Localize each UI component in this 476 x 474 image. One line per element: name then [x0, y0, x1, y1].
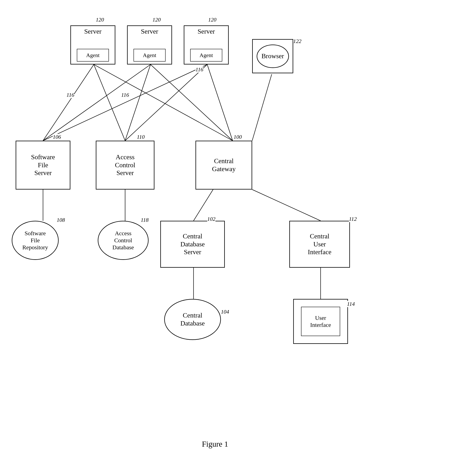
server2-box: Server Agent — [127, 25, 172, 65]
user-interface-inner: User Interface — [301, 307, 340, 336]
svg-line-6 — [43, 65, 207, 141]
user-interface-box: User Interface — [293, 299, 348, 344]
central-user-interface-box: Central User Interface — [289, 221, 350, 268]
browser-label: Browser — [261, 52, 284, 60]
server1-agent-label: Agent — [86, 52, 100, 58]
sfr-ref: 108 — [57, 217, 65, 223]
software-file-repository-label: Software File Repository — [22, 230, 48, 251]
server3-ref: 120 — [208, 16, 216, 23]
server3-label: Server — [198, 28, 215, 35]
central-database-label: Central Database — [180, 311, 205, 327]
server3-agent: Agent — [190, 49, 222, 62]
ref-116a: 116 — [67, 92, 74, 98]
central-database-oval: Central Database — [164, 299, 221, 340]
central-gateway-box: Central Gateway — [195, 141, 252, 190]
user-interface-label: User Interface — [310, 314, 331, 328]
cg-ref: 100 — [234, 134, 242, 140]
server1-box: Server Agent — [70, 25, 115, 65]
svg-line-7 — [125, 65, 207, 141]
software-file-server-label: Software File Server — [31, 153, 55, 177]
connection-lines — [0, 0, 476, 474]
browser-ref: 122 — [293, 38, 301, 44]
cui-ref: 112 — [349, 216, 357, 222]
svg-line-0 — [43, 65, 94, 141]
server1-agent: Agent — [77, 49, 109, 62]
svg-line-13 — [252, 190, 321, 221]
svg-line-4 — [125, 65, 151, 141]
access-control-database-label: Access Control Database — [112, 230, 134, 251]
ref-116b: 116 — [121, 92, 129, 98]
software-file-repository-oval: Software File Repository — [12, 221, 59, 260]
central-database-server-box: Central Database Server — [160, 221, 225, 268]
diagram: Server Agent 120 Server Agent 120 Server… — [0, 0, 476, 474]
server2-agent: Agent — [134, 49, 166, 62]
access-control-server-box: Access Control Server — [96, 141, 154, 190]
access-control-server-label: Access Control Server — [115, 153, 135, 177]
server1-label: Server — [84, 28, 102, 35]
central-user-interface-label: Central User Interface — [308, 232, 332, 256]
svg-line-5 — [151, 65, 233, 141]
ref-116c: 116 — [195, 66, 203, 73]
figure-caption: Figure 1 — [176, 440, 254, 449]
cds-ref: 102 — [207, 216, 215, 222]
central-gateway-label: Central Gateway — [212, 157, 236, 173]
svg-line-2 — [94, 65, 233, 141]
server3-box: Server Agent — [184, 25, 229, 65]
svg-line-8 — [207, 65, 233, 141]
server1-ref: 120 — [96, 16, 104, 23]
server2-label: Server — [141, 28, 158, 35]
software-file-server-box: Software File Server — [16, 141, 70, 190]
server2-ref: 120 — [153, 16, 161, 23]
browser-oval: Browser — [257, 45, 289, 68]
central-database-server-label: Central Database Server — [180, 232, 205, 256]
sfs-ref: 106 — [53, 134, 61, 140]
acd-ref: 118 — [141, 217, 149, 223]
browser-box: Browser — [252, 39, 293, 73]
cd-ref: 104 — [221, 309, 229, 315]
svg-line-3 — [43, 65, 151, 141]
server2-agent-label: Agent — [143, 52, 156, 58]
svg-line-9 — [252, 74, 272, 141]
access-control-database-oval: Access Control Database — [98, 221, 149, 260]
svg-line-1 — [94, 65, 125, 141]
server3-agent-label: Agent — [200, 52, 213, 58]
ui-ref: 114 — [347, 301, 355, 307]
acs-ref: 110 — [137, 134, 145, 140]
